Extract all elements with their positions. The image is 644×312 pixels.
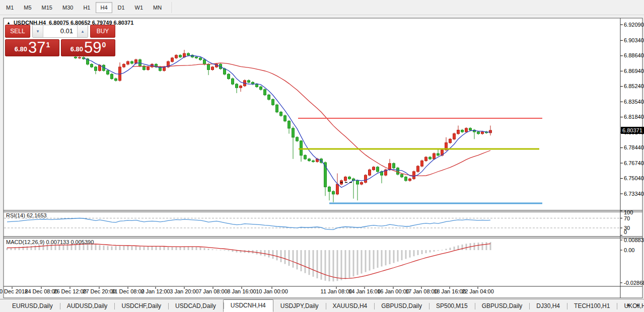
svg-text:11 Jan 08:00: 11 Jan 08:00	[321, 288, 352, 294]
indicator-axis-label: 0	[624, 229, 627, 235]
chart-tab-dj30-h4[interactable]: DJ30,H4	[529, 300, 567, 312]
svg-text:20 Dec 2018: 20 Dec 2018	[0, 288, 28, 294]
price-tick-label: 6.76740	[624, 160, 644, 166]
mt4-window: M1M5M15M30H1H4D1W1MN 20 Dec 201824 Dec 0…	[0, 0, 644, 312]
price-tick-label: 6.92090	[624, 22, 644, 28]
tab-scroll-left-icon[interactable]: ◂	[625, 301, 630, 308]
lot-increase-button[interactable]: ▴	[77, 25, 88, 37]
price-tick-label: 6.90340	[624, 37, 644, 43]
sell-price-pip: 1	[46, 40, 50, 49]
svg-text:27 Dec 20:00: 27 Dec 20:00	[83, 288, 115, 294]
chart-tab-gbpusd-daily[interactable]: GBPUSD,Daily	[374, 300, 429, 312]
svg-text:22 Jan 04:00: 22 Jan 04:00	[462, 288, 494, 294]
price-tick-label: 6.85240	[624, 83, 644, 89]
lot-size-stepper: ▾ 0.01 ▴	[32, 25, 88, 38]
tab-scroll-arrows: ◂ ▸	[625, 301, 641, 308]
indicator-axis-label: 0.008839	[624, 237, 644, 243]
svg-text:2 Jan 12:00: 2 Jan 12:00	[141, 288, 170, 294]
buy-price-prefix: 6.80	[70, 45, 83, 53]
price-tick-label: 6.88640	[624, 52, 644, 58]
price-tick-label: 6.78440	[624, 144, 644, 150]
sell-price-panel[interactable]: 6.80 37 1	[5, 39, 59, 56]
price-tick-label: 6.86940	[624, 68, 644, 74]
chart-tabs: EURUSD,DailyAUDUSD,DailyUSDCHF,DailyUSDC…	[5, 299, 644, 312]
buy-price-panel[interactable]: 6.80 59 0	[61, 39, 115, 56]
chart-tab-usdjpy-daily[interactable]: USDJPY,Daily	[273, 300, 326, 312]
chart-tab-usdcnh-h4[interactable]: USDCNH,H4	[223, 299, 273, 312]
indicator-axis-label: 0.00	[624, 247, 634, 253]
svg-text:24 Dec 08:00: 24 Dec 08:00	[25, 288, 57, 294]
price-tick-label: 6.75040	[624, 175, 644, 181]
date-axis[interactable]: 20 Dec 201824 Dec 08:0026 Dec 12:0027 De…	[0, 287, 494, 294]
chart-tab-eurusd-daily[interactable]: EURUSD,Daily	[5, 300, 60, 312]
indicator-axis-label: 100	[624, 209, 633, 215]
svg-text:10 Jan 00:00: 10 Jan 00:00	[256, 288, 288, 294]
svg-text:7 Jan 08:00: 7 Jan 08:00	[198, 288, 228, 294]
lot-decrease-button[interactable]: ▾	[33, 25, 43, 37]
svg-text:18 Jan 16:00: 18 Jan 16:00	[434, 288, 466, 294]
one-click-order-row: SELL ▾ 0.01 ▴ BUY	[5, 25, 115, 38]
price-tick-label: 6.83540	[624, 99, 644, 105]
svg-text:16 Jan 00:00: 16 Jan 00:00	[377, 288, 409, 294]
sell-button[interactable]: SELL	[5, 25, 30, 38]
chart-tab-sp500-m15[interactable]: SP500,M15	[429, 300, 475, 312]
sell-price-prefix: 6.80	[15, 45, 27, 53]
svg-text:26 Dec 12:00: 26 Dec 12:00	[53, 288, 86, 294]
chart-tab-gbpusd-daily[interactable]: GBPUSD,Daily	[475, 300, 530, 312]
chart-tab-usdcad-daily[interactable]: USDCAD,Daily	[168, 300, 223, 312]
svg-text:8 Jan 16:00: 8 Jan 16:00	[227, 288, 256, 294]
price-axis[interactable]: 6.920906.903406.886406.869406.852406.835…	[621, 18, 643, 298]
tab-scroll-right-icon[interactable]: ▸	[635, 301, 641, 308]
rsi-label: RSI(14) 62.1653	[6, 212, 47, 218]
price-tick-label: 6.81840	[624, 114, 644, 120]
one-click-price-row: 6.80 37 1 6.80 59 0	[5, 39, 115, 56]
chart-tab-xauusd-h4[interactable]: XAUUSD,H4	[326, 300, 375, 312]
current-price-tag: 6.80371	[621, 127, 644, 134]
sell-price-big: 37	[28, 41, 45, 55]
lot-size-value[interactable]: 0.01	[43, 25, 77, 37]
triangle-down-icon: ▾	[37, 29, 39, 34]
price-tick-label: 6.73340	[624, 191, 644, 197]
one-click-trading-panel: SELL ▾ 0.01 ▴ BUY 6.80 37 1 6.80 59 0	[5, 25, 115, 56]
chart-tab-bar: EURUSD,DailyAUDUSD,DailyUSDCHF,DailyUSDC…	[0, 299, 644, 312]
chart-tab-audusd-daily[interactable]: AUDUSD,Daily	[60, 300, 115, 312]
chart-tab-tech100-h1[interactable]: TECH100,H1	[567, 300, 617, 312]
macd-label: MACD(12,26,9) 0.007133 0.005390	[6, 239, 94, 245]
buy-price-pip: 0	[102, 40, 106, 49]
buy-price-big: 59	[84, 41, 101, 55]
chart-tab-usdchf-daily[interactable]: USDCHF,Daily	[114, 300, 168, 312]
indicator-axis-label: -0.028683	[624, 280, 644, 286]
svg-text:31 Dec 08:00: 31 Dec 08:00	[111, 288, 144, 294]
triangle-up-icon: ▴	[82, 29, 84, 34]
svg-text:17 Jan 08:00: 17 Jan 08:00	[405, 288, 438, 294]
svg-text:14 Jan 16:00: 14 Jan 16:00	[348, 288, 381, 294]
buy-button[interactable]: BUY	[90, 25, 115, 38]
indicator-axis-label: 70	[624, 215, 630, 221]
svg-text:3 Jan 20:00: 3 Jan 20:00	[170, 288, 199, 294]
